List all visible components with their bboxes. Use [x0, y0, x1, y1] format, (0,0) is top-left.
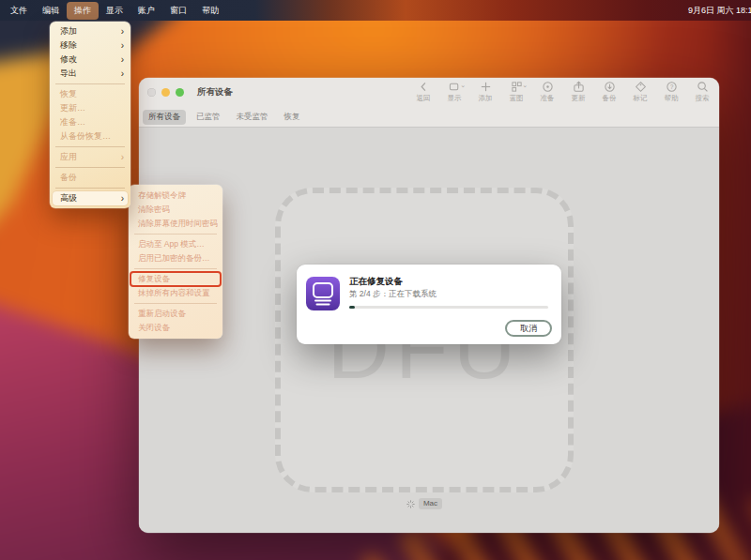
menubar-item-help[interactable]: 帮助	[194, 2, 226, 20]
cancel-button[interactable]: 取消	[505, 320, 552, 337]
repair-progress-dialog: 正在修复设备 第 2/4 步：正在下载系统 取消	[297, 265, 561, 344]
submenu-arrow-icon: ›	[121, 150, 124, 164]
help-icon: ?	[666, 81, 678, 93]
menu-item-apply: 应用›	[50, 150, 130, 164]
menubar-clock[interactable]: 9月6日 周六 18:11	[688, 0, 751, 21]
traffic-lights	[147, 88, 184, 97]
submenu-arrow-icon: ›	[121, 67, 124, 81]
menu-item-update: 更新…	[50, 101, 130, 115]
toolbar-backup-button[interactable]: 备份	[597, 81, 621, 103]
chevron-down-icon: ⌄	[522, 83, 528, 88]
toolbar-update-button[interactable]: 更新	[566, 81, 590, 103]
svg-text:?: ?	[669, 83, 673, 90]
submenu-item-clear-screentime-passcode: 清除屏幕使用时间密码	[129, 217, 222, 231]
menu-separator	[55, 188, 125, 189]
menu-item-restore-from-backup: 从备份恢复…	[50, 129, 130, 144]
progress-bar	[349, 306, 548, 309]
menu-item-modify[interactable]: 修改›	[50, 53, 130, 67]
dialog-step-text: 第 2/4 步：正在下载系统	[349, 289, 437, 300]
chevron-left-icon	[418, 81, 430, 93]
dialog-title: 正在修复设备	[349, 276, 403, 288]
menu-item-advanced[interactable]: 高级›	[53, 191, 128, 205]
progress-bar-fill	[349, 306, 355, 309]
menu-separator	[55, 146, 125, 147]
toolbar-add-button[interactable]: 添加	[473, 81, 498, 103]
submenu-item-shutdown-device: 关闭设备	[129, 321, 222, 335]
toolbar-back-button[interactable]: 返回	[411, 81, 436, 103]
submenu-item-enable-encrypted-backup: 启用已加密的备份…	[129, 251, 222, 265]
backup-icon	[604, 81, 616, 93]
menu-separator	[134, 303, 217, 304]
submenu-item-clear-passcode: 清除密码	[129, 203, 222, 217]
tag-icon	[635, 81, 647, 93]
menubar-item-view[interactable]: 显示	[99, 2, 130, 20]
toolbar-blueprints-button[interactable]: ⌄ 蓝图	[504, 81, 529, 103]
close-window-button[interactable]	[147, 88, 156, 97]
window-title: 所有设备	[197, 86, 233, 98]
submenu-arrow-icon: ›	[121, 38, 124, 53]
menu-item-restore: 恢复	[50, 87, 130, 101]
toolbar-view-button[interactable]: ⌄ 显示	[442, 81, 467, 103]
minimize-window-button[interactable]	[161, 88, 170, 97]
submenu-item-start-app-mode: 启动至 App 模式…	[129, 237, 222, 251]
menubar-item-account[interactable]: 账户	[130, 2, 162, 20]
menubar-item-edit[interactable]: 编辑	[35, 2, 67, 20]
configurator-app-icon	[305, 276, 341, 311]
prepare-icon	[542, 81, 554, 93]
toolbar-search-button[interactable]: 搜索	[690, 81, 714, 103]
menu-separator	[55, 83, 125, 84]
menu-separator	[134, 268, 217, 269]
tab-supervised[interactable]: 已监管	[191, 110, 226, 125]
view-icon	[449, 81, 461, 93]
menubar-item-file[interactable]: 文件	[3, 2, 35, 20]
update-icon	[573, 81, 585, 93]
menu-bar: 文件 编辑 操作 显示 账户 窗口 帮助 9月6日 周六 18:11	[0, 0, 751, 21]
window-toolbar: 返回 ⌄ 显示 添加 ⌄ 蓝图 准备 更新	[411, 81, 714, 103]
device-row[interactable]: Mac	[275, 498, 574, 509]
tab-all-devices[interactable]: 所有设备	[143, 110, 186, 125]
tab-recovery[interactable]: 恢复	[279, 110, 306, 125]
plus-icon	[480, 81, 492, 93]
menu-item-add[interactable]: 添加›	[50, 24, 130, 38]
window-titlebar: 所有设备 返回 ⌄ 显示 添加 ⌄ 蓝图 准备	[139, 78, 719, 108]
actions-dropdown-menu: 添加› 移除› 修改› 导出› 恢复 更新… 准备… 从备份恢复… 应用› 备份…	[50, 22, 130, 208]
blueprints-icon	[511, 81, 523, 93]
submenu-item-store-unlock-token: 存储解锁令牌	[129, 189, 222, 203]
tab-unsupervised[interactable]: 未受监管	[231, 110, 274, 125]
submenu-arrow-icon: ›	[121, 24, 124, 38]
submenu-arrow-icon: ›	[121, 53, 124, 67]
menu-item-prepare: 准备…	[50, 115, 130, 129]
menubar-item-window[interactable]: 窗口	[162, 2, 194, 20]
toolbar-prepare-button[interactable]: 准备	[535, 81, 559, 103]
submenu-item-restart-device: 重新启动设备	[129, 307, 222, 321]
chevron-down-icon: ⌄	[460, 83, 466, 88]
submenu-arrow-icon: ›	[121, 191, 124, 205]
menu-item-export[interactable]: 导出›	[50, 67, 130, 81]
device-filter-tabs: 所有设备 已监管 未受监管 恢复	[139, 108, 719, 128]
menubar-item-actions[interactable]: 操作	[67, 2, 99, 20]
device-name-badge: Mac	[419, 498, 442, 509]
menu-item-remove[interactable]: 移除›	[50, 38, 130, 53]
toolbar-tag-button[interactable]: 标记	[628, 81, 652, 103]
menu-item-backup: 备份	[50, 171, 130, 185]
search-icon	[697, 81, 709, 93]
spinner-icon	[406, 500, 415, 508]
submenu-item-erase-all-content: 抹掉所有内容和设置	[129, 286, 222, 300]
advanced-submenu: 存储解锁令牌 清除密码 清除屏幕使用时间密码 启动至 App 模式… 启用已加密…	[129, 185, 222, 339]
toolbar-help-button[interactable]: ? 帮助	[659, 81, 683, 103]
menu-separator	[55, 167, 125, 168]
menu-separator	[134, 234, 217, 235]
submenu-item-revive-device: 修复设备	[130, 272, 221, 286]
zoom-window-button[interactable]	[176, 88, 184, 97]
